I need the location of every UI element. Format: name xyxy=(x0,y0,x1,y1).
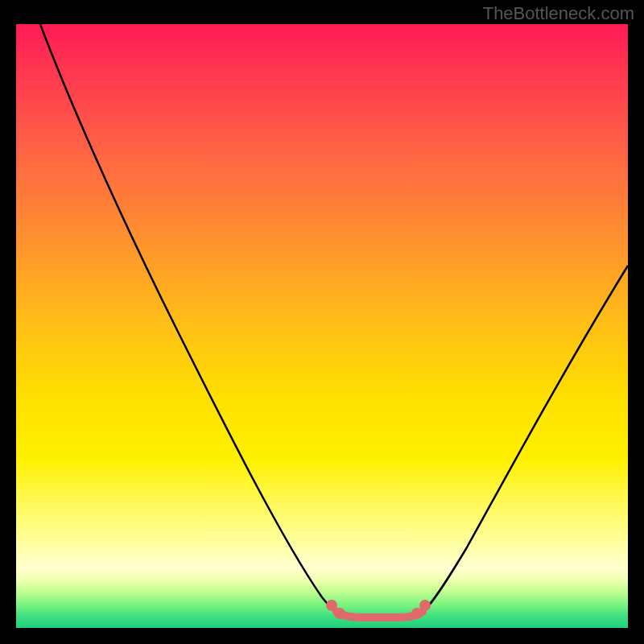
plot-area xyxy=(16,24,628,628)
watermark-text: TheBottleneck.com xyxy=(483,3,634,24)
bottom-flat-segment xyxy=(336,612,423,617)
marker-dot xyxy=(419,600,431,611)
marker-dot xyxy=(411,608,423,619)
left-curve xyxy=(40,24,336,612)
marker-dot xyxy=(334,608,345,619)
right-curve xyxy=(423,266,628,612)
curve-overlay xyxy=(16,24,628,628)
marker-dot xyxy=(326,600,337,611)
